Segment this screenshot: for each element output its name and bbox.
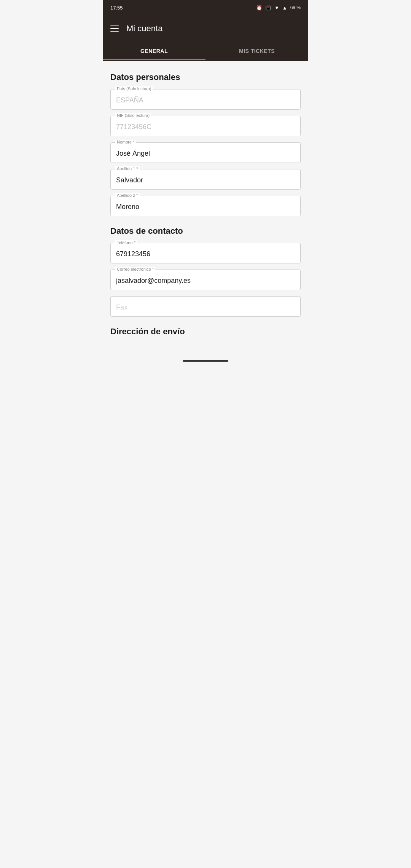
telefono-field-wrapper[interactable]: Teléfono * 679123456 — [110, 243, 301, 263]
shipping-data-title: Dirección de envío — [110, 327, 301, 337]
alarm-icon: ⏰ — [256, 5, 262, 11]
page-title: Mi cuenta — [126, 24, 162, 34]
apellido2-label: Apellido 2 * — [115, 193, 140, 198]
telefono-field-group: Teléfono * 679123456 — [110, 243, 301, 263]
nif-value: 77123456C — [116, 119, 295, 132]
apellido1-field-group: Apellido 1 * Salvador — [110, 169, 301, 190]
email-field-wrapper[interactable]: Correo electrónico * jasalvador@company.… — [110, 270, 301, 290]
tab-general[interactable]: GENERAL — [103, 42, 206, 60]
vibrate-icon: 📳 — [265, 5, 271, 11]
menu-button[interactable] — [110, 26, 119, 32]
status-icons: ⏰ 📳 ▼ ▲ 69 % — [256, 5, 301, 11]
nombre-field-group: Nombre * José Ángel — [110, 142, 301, 163]
home-indicator — [103, 356, 308, 365]
apellido2-field-group: Apellido 2 * Moreno — [110, 196, 301, 216]
nombre-value[interactable]: José Ángel — [116, 146, 295, 159]
home-bar — [183, 360, 228, 362]
tab-bar: GENERAL MIS TICKETS — [103, 42, 308, 61]
email-field-group: Correo electrónico * jasalvador@company.… — [110, 270, 301, 290]
apellido1-field-wrapper[interactable]: Apellido 1 * Salvador — [110, 169, 301, 190]
contact-data-title: Datos de contacto — [110, 226, 301, 236]
pais-value: ESPAÑA — [116, 93, 295, 105]
apellido1-value[interactable]: Salvador — [116, 172, 295, 185]
email-value[interactable]: jasalvador@company.es — [116, 273, 295, 286]
fax-field-wrapper[interactable]: Fax — [110, 296, 301, 317]
main-content: Datos personales País (Solo lectura) ESP… — [103, 61, 308, 356]
fax-placeholder[interactable]: Fax — [116, 300, 295, 313]
app-header: Mi cuenta — [103, 15, 308, 42]
tab-mis-tickets[interactable]: MIS TICKETS — [206, 42, 308, 60]
nombre-label: Nombre * — [115, 140, 136, 144]
fax-field-group: Fax — [110, 296, 301, 317]
nif-field-wrapper: NIF (Solo lectura) 77123456C — [110, 116, 301, 136]
status-bar: 17:55 ⏰ 📳 ▼ ▲ 69 % — [103, 0, 308, 15]
apellido1-label: Apellido 1 * — [115, 166, 140, 171]
pais-label: País (Solo lectura) — [115, 86, 153, 91]
pais-field-wrapper: País (Solo lectura) ESPAÑA — [110, 89, 301, 110]
apellido2-value[interactable]: Moreno — [116, 199, 295, 212]
apellido2-field-wrapper[interactable]: Apellido 2 * Moreno — [110, 196, 301, 216]
signal-icon: ▲ — [282, 5, 287, 11]
pais-field-group: País (Solo lectura) ESPAÑA — [110, 89, 301, 110]
telefono-label: Teléfono * — [115, 240, 137, 245]
nif-field-group: NIF (Solo lectura) 77123456C — [110, 116, 301, 136]
nif-label: NIF (Solo lectura) — [115, 113, 151, 118]
personal-data-title: Datos personales — [110, 72, 301, 82]
nombre-field-wrapper[interactable]: Nombre * José Ángel — [110, 142, 301, 163]
battery-level: 69 % — [290, 5, 301, 10]
telefono-value[interactable]: 679123456 — [116, 246, 295, 259]
email-label: Correo electrónico * — [115, 267, 155, 271]
status-time: 17:55 — [110, 5, 123, 11]
wifi-icon: ▼ — [274, 5, 279, 11]
